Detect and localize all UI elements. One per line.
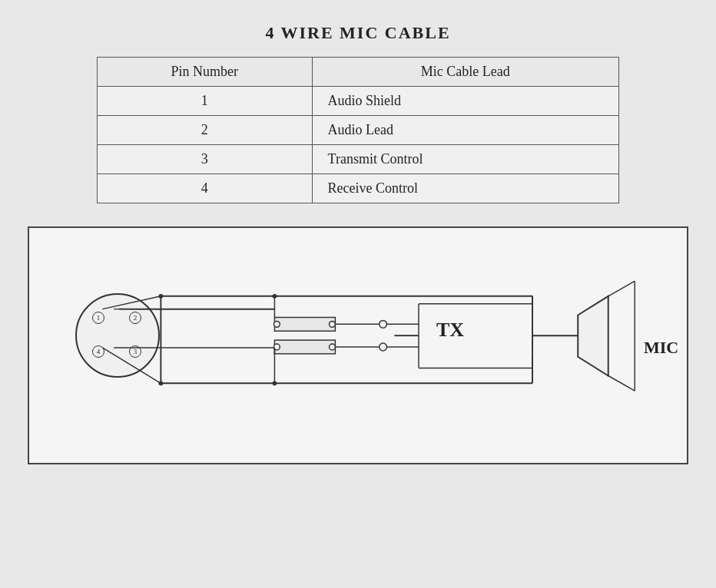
page-title: 4 WIRE MIC CABLE (265, 23, 450, 43)
wiring-diagram: 1 2 3 4 (28, 226, 688, 464)
pin-table-container: Pin Number Mic Cable Lead 1Audio Shield2… (97, 57, 619, 203)
table-row: 1Audio Shield (98, 87, 619, 116)
svg-rect-10 (274, 340, 335, 354)
tx-label: TX (436, 319, 464, 342)
svg-line-34 (608, 375, 635, 391)
table-row: 4Receive Control (98, 174, 619, 203)
lead-name-cell: Audio Shield (312, 87, 618, 116)
pin-table: Pin Number Mic Cable Lead 1Audio Shield2… (97, 57, 619, 203)
wiring-svg (29, 228, 687, 463)
svg-rect-9 (274, 317, 335, 331)
svg-point-40 (272, 381, 277, 385)
pin-number-cell: 4 (98, 174, 313, 203)
svg-marker-32 (578, 296, 608, 376)
col-header-lead: Mic Cable Lead (312, 58, 618, 87)
svg-point-14 (329, 344, 335, 350)
svg-line-5 (102, 296, 161, 309)
pin-number-cell: 3 (98, 145, 313, 174)
lead-name-cell: Receive Control (312, 174, 618, 203)
svg-point-11 (273, 321, 280, 327)
lead-name-cell: Audio Lead (312, 116, 618, 145)
pin-number-cell: 2 (98, 116, 313, 145)
svg-line-33 (608, 281, 635, 296)
svg-point-22 (380, 343, 387, 351)
svg-point-38 (158, 294, 163, 299)
lead-name-cell: Transmit Control (312, 145, 618, 174)
svg-point-39 (272, 294, 277, 299)
col-header-pin: Pin Number (98, 58, 313, 87)
svg-line-7 (102, 348, 161, 383)
table-row: 3Transmit Control (98, 145, 619, 174)
pin-number-cell: 1 (98, 87, 313, 116)
svg-point-41 (158, 381, 163, 385)
svg-point-21 (380, 320, 387, 328)
table-row: 2Audio Lead (98, 116, 619, 145)
mic-label: MIC (644, 338, 678, 358)
svg-point-12 (329, 321, 335, 327)
